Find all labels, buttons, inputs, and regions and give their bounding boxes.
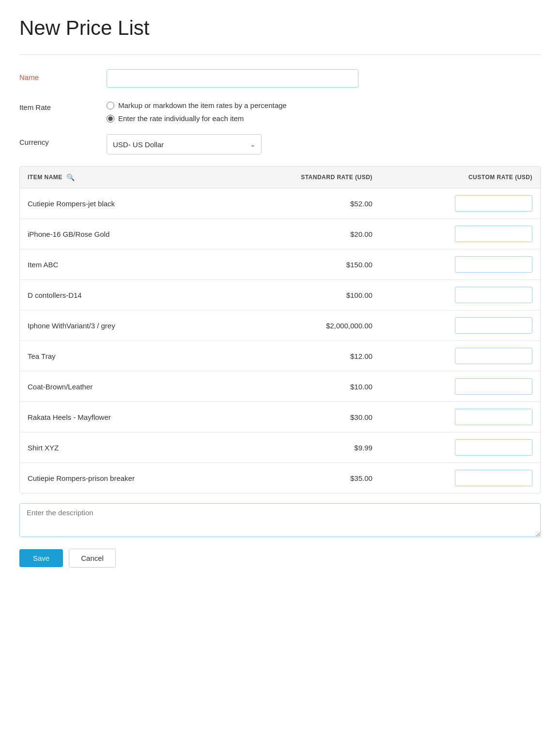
item-rate-options-wrap: Markup or markdown the item rates by a p…	[107, 99, 358, 123]
custom-rate-cell	[380, 188, 540, 219]
table-row: Rakata Heels - Mayflower$30.00	[20, 402, 540, 432]
radio-individual-input[interactable]	[107, 115, 114, 123]
item-name-cell: Rakata Heels - Mayflower	[20, 402, 231, 432]
header-row: ITEM NAME 🔍 STANDARD RATE (USD) CUSTOM R…	[20, 167, 540, 188]
standard-rate-cell: $2,000,000.00	[231, 310, 380, 341]
standard-rate-cell: $150.00	[231, 249, 380, 280]
standard-rate-cell: $10.00	[231, 371, 380, 402]
item-rate-row: Item Rate Markup or markdown the item ra…	[19, 99, 541, 123]
table-row: iPhone-16 GB/Rose Gold$20.00	[20, 219, 540, 249]
table-body: Cutiepie Rompers-jet black$52.00iPhone-1…	[20, 188, 540, 493]
name-input[interactable]	[107, 69, 358, 88]
item-name-cell: Cutiepie Rompers-jet black	[20, 188, 231, 219]
radio-markup-input[interactable]	[107, 102, 114, 109]
form-section: Name Item Rate Markup or markdown the it…	[19, 69, 541, 154]
radio-markup-label: Markup or markdown the item rates by a p…	[118, 101, 287, 109]
currency-select-wrap: USD- US Dollar EUR- Euro GBP- British Po…	[107, 134, 262, 154]
col-header-item-name: ITEM NAME 🔍	[20, 167, 231, 188]
custom-rate-cell	[380, 402, 540, 432]
table-row: Coat-Brown/Leather$10.00	[20, 371, 540, 402]
item-name-cell: D contollers-D14	[20, 280, 231, 310]
custom-rate-input[interactable]	[455, 470, 532, 486]
standard-rate-cell: $20.00	[231, 219, 380, 249]
custom-rate-input[interactable]	[455, 195, 532, 212]
custom-rate-cell	[380, 432, 540, 463]
items-table-wrap: ITEM NAME 🔍 STANDARD RATE (USD) CUSTOM R…	[19, 166, 541, 493]
custom-rate-input[interactable]	[455, 226, 532, 242]
currency-row: Currency USD- US Dollar EUR- Euro GBP- B…	[19, 134, 541, 154]
standard-rate-cell: $12.00	[231, 341, 380, 371]
cancel-button[interactable]: Cancel	[69, 549, 116, 568]
custom-rate-cell	[380, 310, 540, 341]
custom-rate-input[interactable]	[455, 378, 532, 395]
custom-rate-cell	[380, 341, 540, 371]
item-rate-radio-group: Markup or markdown the item rates by a p…	[107, 99, 358, 123]
name-label: Name	[19, 69, 107, 81]
table-row: Iphone WithVariant/3 / grey$2,000,000.00	[20, 310, 540, 341]
standard-rate-cell: $100.00	[231, 280, 380, 310]
col-header-standard-rate: STANDARD RATE (USD)	[231, 167, 380, 188]
table-row: Cutiepie Rompers-jet black$52.00	[20, 188, 540, 219]
custom-rate-input[interactable]	[455, 439, 532, 456]
radio-markup[interactable]: Markup or markdown the item rates by a p…	[107, 101, 358, 109]
custom-rate-cell	[380, 371, 540, 402]
name-field-wrap	[107, 69, 358, 88]
page-title: New Price List	[19, 16, 541, 40]
name-row: Name	[19, 69, 541, 88]
item-name-cell: Iphone WithVariant/3 / grey	[20, 310, 231, 341]
item-name-cell: Item ABC	[20, 249, 231, 280]
button-row: Save Cancel	[19, 549, 541, 568]
standard-rate-cell: $52.00	[231, 188, 380, 219]
custom-rate-cell	[380, 463, 540, 493]
currency-label: Currency	[19, 134, 107, 146]
radio-individual-label: Enter the rate individually for each ite…	[118, 114, 244, 123]
item-name-cell: Shirt XYZ	[20, 432, 231, 463]
item-name-cell: Tea Tray	[20, 341, 231, 371]
item-name-cell: Cutiepie Rompers-prison breaker	[20, 463, 231, 493]
custom-rate-input[interactable]	[455, 287, 532, 303]
items-table: ITEM NAME 🔍 STANDARD RATE (USD) CUSTOM R…	[20, 167, 540, 493]
table-row: Shirt XYZ$9.99	[20, 432, 540, 463]
item-name-header-text: ITEM NAME	[28, 174, 62, 181]
radio-individual[interactable]: Enter the rate individually for each ite…	[107, 114, 358, 123]
standard-rate-cell: $9.99	[231, 432, 380, 463]
item-name-cell: Coat-Brown/Leather	[20, 371, 231, 402]
table-row: Cutiepie Rompers-prison breaker$35.00	[20, 463, 540, 493]
custom-rate-input[interactable]	[455, 256, 532, 273]
table-row: Item ABC$150.00	[20, 249, 540, 280]
custom-rate-input[interactable]	[455, 317, 532, 334]
divider	[19, 54, 541, 55]
description-textarea[interactable]	[19, 503, 541, 537]
col-header-custom-rate: CUSTOM RATE (USD)	[380, 167, 540, 188]
standard-rate-cell: $35.00	[231, 463, 380, 493]
search-icon[interactable]: 🔍	[66, 173, 75, 181]
currency-field-wrap: USD- US Dollar EUR- Euro GBP- British Po…	[107, 134, 358, 154]
save-button[interactable]: Save	[19, 549, 63, 567]
custom-rate-cell	[380, 280, 540, 310]
currency-select[interactable]: USD- US Dollar EUR- Euro GBP- British Po…	[107, 134, 262, 154]
custom-rate-cell	[380, 219, 540, 249]
table-row: D contollers-D14$100.00	[20, 280, 540, 310]
standard-rate-cell: $30.00	[231, 402, 380, 432]
custom-rate-input[interactable]	[455, 348, 532, 364]
custom-rate-cell	[380, 249, 540, 280]
table-row: Tea Tray$12.00	[20, 341, 540, 371]
item-name-cell: iPhone-16 GB/Rose Gold	[20, 219, 231, 249]
custom-rate-input[interactable]	[455, 409, 532, 425]
table-header: ITEM NAME 🔍 STANDARD RATE (USD) CUSTOM R…	[20, 167, 540, 188]
item-rate-label: Item Rate	[19, 99, 107, 111]
